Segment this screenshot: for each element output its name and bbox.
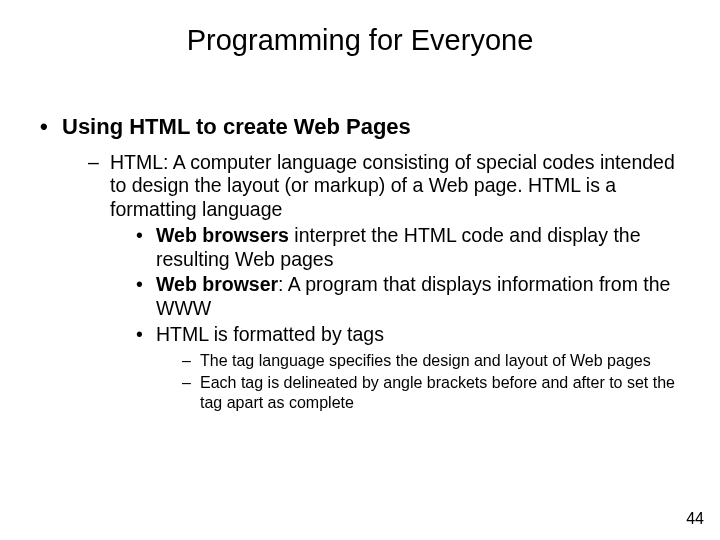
bullet-list-lvl2: HTML: A computer language consisting of … bbox=[62, 151, 680, 413]
lvl1-heading: Using HTML to create Web Pages bbox=[62, 114, 411, 139]
lvl4-item-a: The tag language specifies the design an… bbox=[182, 351, 680, 371]
lvl4-a-text: The tag language specifies the design an… bbox=[200, 352, 651, 369]
lvl3-item-c: HTML is formatted by tags The tag langua… bbox=[136, 323, 680, 413]
lvl3-a-bold: Web browsers bbox=[156, 224, 289, 246]
lvl3-b-bold: Web browser bbox=[156, 273, 278, 295]
lvl4-item-b: Each tag is delineated by angle brackets… bbox=[182, 373, 680, 413]
lvl2-definition: HTML: A computer language consisting of … bbox=[110, 151, 675, 221]
bullet-list-lvl3: Web browsers interpret the HTML code and… bbox=[110, 224, 680, 413]
slide: Programming for Everyone Using HTML to c… bbox=[0, 0, 720, 540]
page-number: 44 bbox=[686, 510, 704, 528]
lvl3-item-b: Web browser: A program that displays inf… bbox=[136, 273, 680, 321]
bullet-list-lvl4: The tag language specifies the design an… bbox=[156, 351, 680, 413]
slide-title: Programming for Everyone bbox=[0, 0, 720, 57]
bullet-list-lvl1: Using HTML to create Web Pages HTML: A c… bbox=[0, 113, 720, 413]
lvl2-item: HTML: A computer language consisting of … bbox=[88, 151, 680, 413]
lvl3-item-a: Web browsers interpret the HTML code and… bbox=[136, 224, 680, 272]
lvl1-item: Using HTML to create Web Pages HTML: A c… bbox=[40, 113, 680, 413]
lvl4-b-text: Each tag is delineated by angle brackets… bbox=[200, 374, 675, 411]
lvl3-c-text: HTML is formatted by tags bbox=[156, 323, 384, 345]
